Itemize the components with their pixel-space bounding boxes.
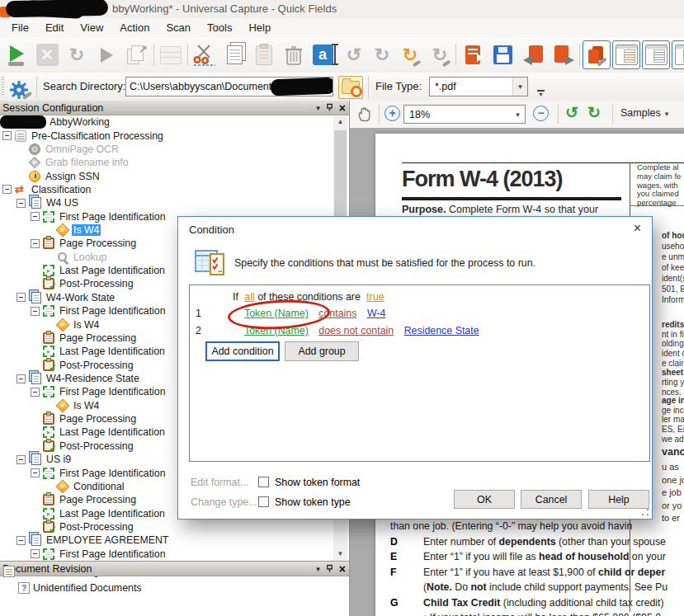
- tree-expander-icon[interactable]: [17, 293, 26, 302]
- pin-icon[interactable]: [326, 564, 333, 573]
- zoom-in-icon[interactable]: +: [384, 106, 400, 121]
- menu-item-file[interactable]: File: [3, 20, 37, 35]
- tree-expander-icon[interactable]: [31, 307, 40, 316]
- rescan-button[interactable]: ↻: [63, 40, 91, 69]
- pin-icon[interactable]: [326, 103, 333, 112]
- previous-document-button[interactable]: [520, 40, 548, 69]
- tree-item-post-processing[interactable]: Post-Processing: [0, 520, 333, 534]
- tree-expander-icon[interactable]: [17, 374, 26, 383]
- panel-menu-caret-icon[interactable]: ▾: [316, 565, 320, 573]
- show-token-type-checkbox[interactable]: [258, 496, 269, 507]
- document-text-fragment: e clair: [662, 359, 684, 369]
- close-icon[interactable]: ×: [634, 222, 641, 235]
- all-any-link[interactable]: all: [244, 291, 254, 303]
- search-directory-input[interactable]: C:\Users\abbyyscan\Documents stF ▾: [125, 77, 333, 96]
- change-type-label[interactable]: Change type...: [191, 496, 257, 508]
- panel-close-icon[interactable]: ×: [339, 564, 346, 574]
- scroll-up-icon[interactable]: ▲: [333, 115, 347, 129]
- tree-item-abbyworking[interactable]: AbbyWorking: [0, 115, 333, 129]
- save-session-button[interactable]: [488, 40, 517, 69]
- value-link[interactable]: W-4: [367, 308, 386, 319]
- operator-link[interactable]: contains: [318, 308, 356, 319]
- document-list-icon: [645, 45, 667, 65]
- reprocess-all-button[interactable]: ↻: [426, 40, 454, 69]
- dropdown-caret-icon[interactable]: ▾: [512, 78, 527, 96]
- add-condition-button[interactable]: Add condition: [205, 341, 280, 361]
- start-scan-button[interactable]: [3, 40, 31, 69]
- tree-item-classification[interactable]: Classification: [0, 183, 333, 196]
- ok-button[interactable]: OK: [454, 490, 515, 509]
- zoom-out-icon[interactable]: −: [533, 106, 549, 121]
- toggle-document-revision-button[interactable]: [612, 40, 640, 69]
- toggle-session-configuration-button[interactable]: [583, 40, 611, 69]
- panel-close-icon[interactable]: ×: [339, 103, 346, 113]
- export-document-button[interactable]: [459, 40, 487, 69]
- tree-expander-icon[interactable]: [2, 131, 12, 140]
- dropdown-caret-icon[interactable]: ▾: [511, 106, 525, 123]
- toolbar-overflow-button[interactable]: ▾: [535, 88, 547, 100]
- menu-item-scan[interactable]: Scan: [158, 20, 199, 35]
- token-field-link[interactable]: Token (Name): [244, 325, 309, 336]
- help-button[interactable]: Help: [588, 490, 649, 509]
- menu-item-action[interactable]: Action: [111, 20, 158, 35]
- tree-item-assign-ssn[interactable]: Assign SSN: [0, 169, 333, 182]
- scroll-down-icon[interactable]: ▼: [333, 548, 347, 561]
- menu-item-view[interactable]: View: [72, 20, 111, 35]
- tree-item-pre-classification-processing[interactable]: Pre-Classification Processing: [0, 129, 333, 142]
- paste-button[interactable]: [250, 40, 278, 69]
- tree-expander-icon[interactable]: [2, 185, 12, 194]
- tree-item-w4-us[interactable]: W4 US: [0, 196, 333, 209]
- delete-button[interactable]: [280, 40, 308, 69]
- tree-item-omnipage-ocr[interactable]: OmniPage OCR: [0, 143, 333, 156]
- add-group-button[interactable]: Add group: [285, 341, 359, 361]
- resize-grip[interactable]: [641, 508, 649, 516]
- value-link[interactable]: Residence State: [404, 325, 479, 336]
- settings-button[interactable]: [7, 75, 35, 104]
- true-false-link[interactable]: true: [366, 291, 384, 303]
- toggle-extra-panel-button[interactable]: [672, 40, 684, 69]
- rotate-left-icon[interactable]: ↺: [565, 103, 578, 122]
- menu-item-edit[interactable]: Edit: [37, 20, 72, 35]
- tree-item-label: First Page Identification: [58, 305, 167, 317]
- next-document-button[interactable]: [550, 40, 578, 69]
- operator-link[interactable]: does not contain: [318, 325, 394, 336]
- zoom-level-select[interactable]: 18% ▾: [403, 105, 526, 124]
- show-token-format-checkbox[interactable]: [258, 477, 269, 487]
- cancel-scan-button[interactable]: ✕: [33, 40, 61, 69]
- tree-item-first-page-identification[interactable]: First Page Identification: [0, 548, 333, 561]
- storage-button[interactable]: [157, 40, 185, 69]
- tree-expander-icon[interactable]: [31, 549, 40, 558]
- tree-expander-icon[interactable]: [31, 212, 40, 221]
- file-type-select[interactable]: *.pdf ▾: [429, 77, 528, 96]
- tree-expander-icon[interactable]: [17, 536, 26, 545]
- edit-format-label[interactable]: Edit format...: [191, 477, 248, 488]
- panel-menu-caret-icon[interactable]: ▾: [316, 104, 320, 112]
- dialog-title-bar[interactable]: Condition ×: [178, 217, 652, 242]
- scrollbar-thumb[interactable]: [334, 130, 347, 217]
- tree-expander-icon[interactable]: [31, 239, 40, 248]
- pan-hand-icon[interactable]: [356, 106, 373, 123]
- rotate-right-icon[interactable]: ↻: [587, 103, 601, 122]
- route-pages-button[interactable]: ↗: [122, 40, 150, 69]
- menu-item-tools[interactable]: Tools: [199, 20, 240, 35]
- reprocess-button[interactable]: ↻: [396, 40, 424, 69]
- cancel-button[interactable]: Cancel: [521, 490, 582, 509]
- cut-button[interactable]: [191, 40, 219, 69]
- tree-expander-icon[interactable]: [17, 199, 26, 208]
- resume-scan-button[interactable]: [92, 40, 120, 69]
- copy-button[interactable]: [220, 40, 248, 69]
- redo-button[interactable]: ↻: [368, 40, 396, 69]
- browse-directory-button[interactable]: [338, 76, 363, 99]
- undo-button[interactable]: ↺: [340, 40, 368, 69]
- tree-expander-icon[interactable]: [17, 455, 26, 464]
- tree-item-grab-filename-info[interactable]: Grab filename info: [0, 156, 333, 169]
- toolbar-grip[interactable]: [2, 77, 4, 96]
- unidentified-documents-item[interactable]: Unidentified Documents: [0, 581, 349, 595]
- menu-item-help[interactable]: Help: [240, 20, 279, 35]
- tree-expander-icon[interactable]: [31, 468, 40, 477]
- toggle-document-list-button[interactable]: [642, 40, 670, 69]
- tree-item-employee-agreement[interactable]: EMPLOYEE AGREEMENT: [0, 534, 333, 547]
- token-field-link[interactable]: Token (Name): [244, 308, 309, 319]
- samples-dropdown[interactable]: Samples▾: [620, 107, 668, 119]
- tree-expander-icon[interactable]: [31, 388, 40, 397]
